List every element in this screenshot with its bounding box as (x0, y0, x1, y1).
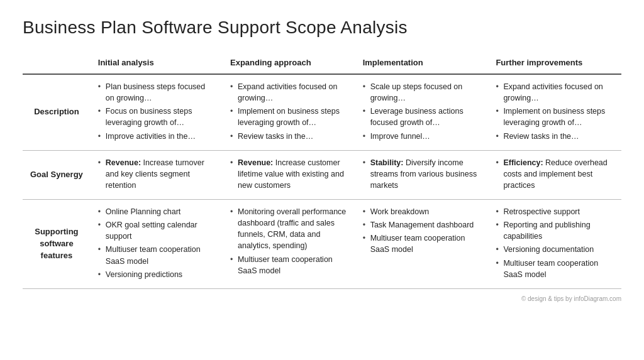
list-item: Scale up steps focused on growing… (363, 81, 481, 104)
list-item: Online Planning chart (98, 206, 215, 217)
cell-expanding: Revenue: Increase customer lifetime valu… (223, 150, 355, 199)
list-item: Revenue: Increase customer lifetime valu… (230, 157, 348, 191)
table-row: Supporting software featuresOnline Plann… (23, 200, 621, 289)
col-header-expanding: Expanding approach (223, 53, 355, 74)
list-item: Reporting and publishing capabilities (496, 219, 614, 242)
list-item: Review tasks in the… (496, 131, 614, 142)
row-label: Goal Synergy (23, 150, 91, 199)
cell-expanding: Monitoring overall performance dashboard… (223, 200, 355, 289)
cell-expanding: Expand activities focused on growing…Imp… (223, 74, 355, 150)
footer-credit: © design & tips by infoDiagram.com (23, 295, 621, 302)
list-item: Implement on business steps leveraging g… (496, 106, 614, 128)
list-item: Multiuser team cooperation SaaS model (98, 244, 215, 266)
table-header-row: Initial analysisExpanding approachImplem… (23, 53, 621, 74)
col-header-initial: Initial analysis (91, 53, 223, 74)
list-item: Leverage business actions focused growth… (363, 106, 481, 128)
list-item: OKR goal setting calendar support (98, 219, 215, 242)
list-item: Improve funnel… (363, 131, 481, 142)
cell-initial: Online Planning chartOKR goal setting ca… (91, 200, 223, 289)
list-item: Focus on business steps leveraging growt… (98, 106, 215, 128)
cell-further: Expand activities focused on growing…Imp… (488, 74, 621, 150)
list-item: Review tasks in the… (230, 131, 348, 142)
page-title: Business Plan Software Support Scope Ana… (23, 18, 621, 38)
row-label: Description (23, 74, 91, 150)
list-item: Multiuser team cooperation SaaS model (363, 232, 481, 255)
list-item: Task Management dashboard (363, 219, 481, 231)
list-item: Revenue: Increase turnover and key clien… (98, 157, 215, 191)
col-header-implementation: Implementation (355, 53, 489, 74)
cell-implementation: Scale up steps focused on growing…Levera… (355, 74, 489, 150)
cell-further: Efficiency: Reduce overhead costs and im… (488, 150, 621, 199)
list-item: Retrospective support (496, 206, 614, 217)
cell-implementation: Work breakdownTask Management dashboardM… (355, 200, 489, 289)
table-row: DescriptionPlan business steps focused o… (23, 74, 621, 150)
row-label: Supporting software features (23, 200, 91, 289)
list-item: Expand activities focused on growing… (496, 81, 614, 104)
list-item: Multiuser team cooperation SaaS model (230, 254, 348, 276)
list-item: Efficiency: Reduce overhead costs and im… (496, 157, 614, 191)
cell-initial: Plan business steps focused on growing…F… (91, 74, 223, 150)
col-header-empty (23, 53, 91, 74)
list-item: Expand activities focused on growing… (230, 81, 348, 104)
list-item: Improve activities in the… (98, 131, 215, 142)
list-item: Implement on business steps leveraging g… (230, 106, 348, 128)
table-row: Goal SynergyRevenue: Increase turnover a… (23, 150, 621, 199)
analysis-table-wrap: Initial analysisExpanding approachImplem… (23, 53, 621, 289)
list-item: Stability: Diversify income streams from… (363, 157, 481, 191)
cell-implementation: Stability: Diversify income streams from… (355, 150, 489, 199)
list-item: Versioning documentation (496, 244, 614, 255)
list-item: Monitoring overall performance dashboard… (230, 206, 348, 252)
list-item: Versioning predictions (98, 269, 215, 280)
cell-initial: Revenue: Increase turnover and key clien… (91, 150, 223, 199)
cell-further: Retrospective supportReporting and publi… (488, 200, 621, 289)
list-item: Multiuser team cooperation SaaS model (496, 258, 614, 280)
analysis-table: Initial analysisExpanding approachImplem… (23, 53, 621, 289)
col-header-further: Further improvements (488, 53, 621, 74)
list-item: Work breakdown (363, 206, 481, 217)
list-item: Plan business steps focused on growing… (98, 81, 215, 104)
